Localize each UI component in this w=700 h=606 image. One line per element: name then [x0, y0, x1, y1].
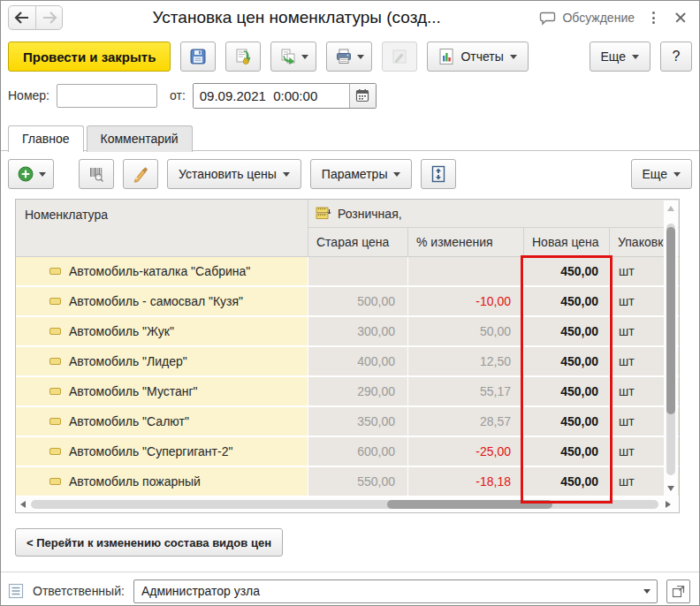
expand-rows-button[interactable]: [421, 159, 456, 189]
column-group-retail[interactable]: Розничная,: [308, 200, 679, 228]
new-price-cell[interactable]: 450,00: [524, 437, 609, 466]
page-title: Установка цен номенклатуры (созд...: [63, 8, 530, 27]
more-button[interactable]: Еще: [590, 42, 651, 72]
post-and-close-button[interactable]: Провести и закрыть: [8, 42, 171, 72]
change-percent-cell[interactable]: [408, 257, 523, 285]
print-button[interactable]: [326, 42, 372, 72]
price-fill-button[interactable]: [123, 159, 158, 189]
responsible-open-button[interactable]: [666, 579, 690, 603]
number-input[interactable]: [57, 84, 157, 108]
barcode-icon: [88, 165, 105, 183]
forward-button[interactable]: [35, 6, 62, 29]
scroll-down-icon[interactable]: [667, 486, 674, 491]
nomenclature-cell[interactable]: Автомобиль "Салют": [16, 407, 308, 436]
set-prices-button[interactable]: Установить цены: [167, 159, 301, 189]
barcode-scan-button[interactable]: [79, 159, 114, 189]
horizontal-scrollbar[interactable]: [17, 497, 678, 511]
document-fields-row: Номер: от:: [1, 82, 699, 109]
kebab-menu-icon[interactable]: [649, 10, 658, 26]
discussion-label: Обсуждение: [562, 11, 635, 25]
change-percent-cell[interactable]: 28,57: [408, 407, 523, 436]
calendar-button[interactable]: [349, 84, 376, 108]
old-price-cell[interactable]: 500,00: [308, 287, 407, 315]
old-price-cell[interactable]: 550,00: [308, 467, 407, 496]
new-price-cell[interactable]: 450,00: [524, 317, 609, 345]
vertical-scrollbar[interactable]: [664, 201, 678, 496]
new-price-cell[interactable]: 450,00: [524, 347, 609, 375]
date-input[interactable]: [194, 84, 349, 108]
price-type-icon: [316, 207, 331, 220]
new-price-cell[interactable]: 450,00: [524, 287, 609, 315]
close-icon[interactable]: [673, 10, 689, 26]
nomenclature-cell[interactable]: Автомобиль "Супергигант-2": [16, 437, 308, 466]
nomenclature-item-icon: [49, 388, 61, 395]
column-header-nomenclature[interactable]: Номенклатура: [16, 200, 308, 256]
add-icon: [17, 165, 34, 183]
dropdown-caret: [283, 172, 290, 177]
add-row-button[interactable]: [8, 159, 54, 189]
create-based-on-button[interactable]: [270, 42, 316, 72]
nomenclature-item-icon: [49, 328, 61, 335]
tab-main[interactable]: Главное: [8, 125, 84, 152]
scroll-left-icon[interactable]: [20, 501, 26, 508]
nomenclature-cell[interactable]: Автомобиль-каталка "Сабрина": [16, 257, 308, 285]
post-document-button[interactable]: [225, 42, 261, 72]
vertical-scroll-thumb[interactable]: [666, 227, 675, 414]
parameters-button[interactable]: Параметры: [310, 159, 413, 189]
discussion-button[interactable]: Обсуждение: [539, 11, 635, 26]
nomenclature-cell[interactable]: Автомобиль "Лидер": [16, 347, 308, 375]
nomenclature-item-icon: [49, 358, 61, 365]
old-price-cell[interactable]: 300,00: [308, 317, 407, 345]
change-percent-cell[interactable]: -18,18: [408, 467, 523, 496]
titlebar: Установка цен номенклатуры (созд... Обсу…: [1, 1, 699, 34]
responsible-input[interactable]: [134, 584, 637, 598]
edit-pencil-icon: [391, 48, 408, 65]
old-price-cell[interactable]: 400,00: [308, 347, 407, 375]
nomenclature-cell[interactable]: Автомобиль "Жук": [16, 317, 308, 345]
nomenclature-name: Автомобиль "Лидер": [69, 354, 187, 368]
column-header-change-percent[interactable]: % изменения: [408, 228, 524, 256]
reports-button[interactable]: Отчеты: [427, 42, 528, 72]
save-icon: [189, 48, 207, 65]
reports-label: Отчеты: [460, 49, 503, 64]
table-row: Автомобиль "Мустанг" 290,00 55,17 450,00…: [16, 377, 679, 405]
back-button[interactable]: [9, 6, 35, 29]
nomenclature-cell[interactable]: Автомобиль "Мустанг": [16, 377, 308, 405]
old-price-cell[interactable]: 350,00: [308, 407, 407, 436]
new-price-cell[interactable]: 450,00: [524, 257, 609, 285]
change-percent-cell[interactable]: -10,00: [408, 287, 523, 315]
reports-icon: [438, 48, 454, 65]
change-percent-cell[interactable]: 55,17: [408, 377, 523, 405]
tab-comment[interactable]: Комментарий: [87, 125, 193, 152]
old-price-cell[interactable]: 600,00: [308, 437, 407, 466]
nomenclature-name: Автомобиль "Мустанг": [69, 384, 198, 398]
table-row: Автомобиль "Салют" 350,00 28,57 450,00 ш…: [16, 407, 679, 436]
change-percent-cell[interactable]: 50,00: [408, 317, 523, 345]
scroll-up-icon[interactable]: [667, 206, 674, 211]
goto-price-kinds-button[interactable]: < Перейти к изменению состава видов цен: [15, 528, 283, 557]
old-price-cell[interactable]: 290,00: [308, 377, 407, 405]
change-percent-cell[interactable]: -25,00: [408, 437, 523, 466]
new-price-cell[interactable]: 450,00: [524, 407, 609, 436]
save-button[interactable]: [180, 42, 216, 72]
arrow-left-icon: [14, 11, 30, 24]
dropdown-caret: [632, 55, 639, 59]
help-button[interactable]: ?: [660, 42, 692, 72]
dropdown-caret: [673, 172, 681, 177]
column-header-old-price[interactable]: Старая цена: [308, 228, 408, 256]
table-more-button[interactable]: Еще: [631, 159, 693, 189]
nomenclature-item-icon: [49, 448, 61, 455]
scroll-right-icon[interactable]: [666, 501, 671, 508]
nomenclature-name: Автомобиль пожарный: [69, 474, 201, 489]
new-price-cell[interactable]: 450,00: [524, 377, 609, 405]
responsible-dropdown-button[interactable]: [637, 580, 657, 602]
change-percent-cell[interactable]: 12,50: [408, 347, 523, 375]
nomenclature-cell[interactable]: Автомобиль - самосвал "Кузя": [16, 287, 308, 315]
edit-button-disabled: [382, 42, 417, 72]
nomenclature-cell[interactable]: Автомобиль пожарный: [16, 467, 308, 496]
table-header: Номенклатура Розничная, Старая цена % из…: [16, 200, 679, 257]
column-header-new-price[interactable]: Новая цена: [524, 228, 610, 256]
old-price-cell[interactable]: [308, 257, 407, 285]
horizontal-scroll-thumb[interactable]: [387, 500, 552, 509]
new-price-cell[interactable]: 450,00: [524, 467, 609, 496]
